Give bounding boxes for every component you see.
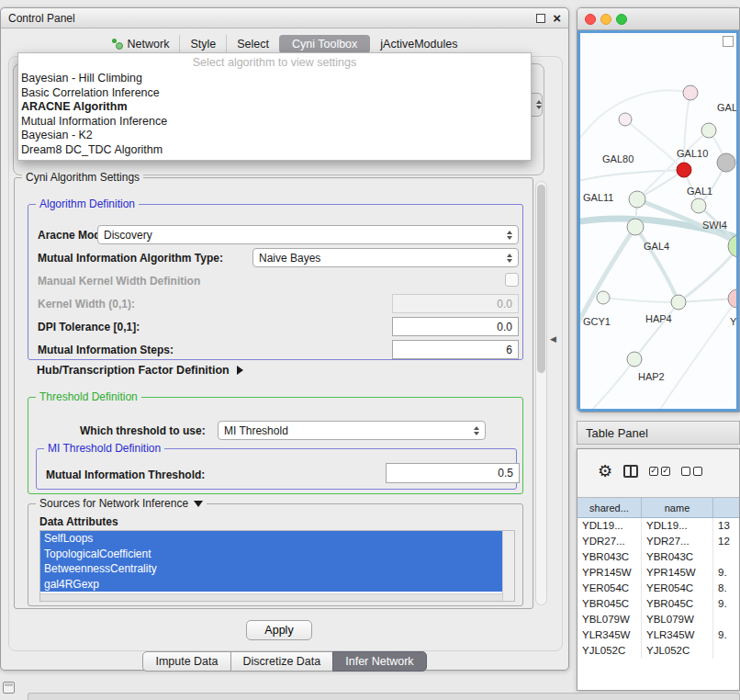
network-node[interactable] bbox=[597, 291, 610, 304]
table-cell: YPR145W bbox=[642, 565, 713, 581]
minimize-traffic-light-icon[interactable] bbox=[600, 14, 611, 25]
network-node[interactable] bbox=[701, 123, 716, 138]
network-edge[interactable] bbox=[580, 227, 635, 329]
network-edge[interactable] bbox=[603, 298, 678, 302]
collapsed-panel-icon[interactable] bbox=[3, 682, 15, 694]
algorithm-option[interactable]: Basic Correlation Inference bbox=[18, 86, 531, 101]
kernel-width-value: 0.0 bbox=[497, 298, 512, 310]
cyni-settings-group: Cyni Algorithm Settings Algorithm Defini… bbox=[14, 177, 533, 609]
network-node[interactable] bbox=[683, 85, 698, 100]
table-toolbar: ⚙ bbox=[577, 449, 739, 493]
network-edge[interactable] bbox=[580, 90, 690, 151]
which-threshold-select[interactable]: MI Threshold bbox=[218, 421, 486, 440]
threshold-definition-title: Threshold Definition bbox=[36, 390, 141, 403]
close-traffic-light-icon[interactable] bbox=[585, 14, 596, 25]
algorithm-option[interactable]: Bayesian - Hill Climbing bbox=[18, 72, 531, 86]
column-header[interactable]: name bbox=[642, 498, 713, 517]
table-row[interactable]: YBL079WYBL079W bbox=[577, 612, 739, 627]
dpi-tolerance-field[interactable]: 0.0 bbox=[392, 317, 519, 336]
tab-jactivemodules[interactable]: jActiveModules bbox=[370, 35, 467, 53]
network-edge[interactable] bbox=[634, 302, 678, 359]
network-node[interactable] bbox=[717, 153, 735, 172]
network-node[interactable] bbox=[629, 191, 645, 208]
select-all-checkboxes-icon[interactable] bbox=[649, 467, 670, 476]
network-node[interactable] bbox=[671, 295, 686, 310]
splitter-collapse-icon[interactable]: ◀ bbox=[550, 334, 556, 344]
table-row[interactable]: YLR345WYLR345W9. bbox=[577, 627, 739, 643]
table-row[interactable]: YBR043CYBR043C bbox=[577, 549, 739, 565]
float-window-icon[interactable] bbox=[536, 14, 545, 23]
network-node[interactable] bbox=[691, 198, 706, 213]
mi-type-value: Naive Bayes bbox=[259, 252, 320, 265]
tab-network[interactable]: Network bbox=[102, 35, 180, 53]
algorithm-option[interactable]: Mutual Information Inference bbox=[18, 115, 531, 130]
table-row[interactable]: YJL052CYJL052C bbox=[577, 643, 739, 659]
tab-label: jActiveModules bbox=[380, 38, 457, 51]
column-header[interactable] bbox=[713, 498, 739, 517]
network-node[interactable] bbox=[677, 163, 691, 177]
control-panel-titlebar[interactable]: Control Panel × bbox=[1, 8, 568, 28]
zoom-traffic-light-icon[interactable] bbox=[616, 14, 627, 25]
network-canvas[interactable]: GAL7GAL80GAL10GAL11GAL1SWI4GAL4GCY1HAP4H… bbox=[577, 30, 739, 412]
table-row[interactable]: YDR27...YDR27...12 bbox=[577, 534, 739, 549]
mi-threshold-value: 0.5 bbox=[498, 467, 513, 480]
algorithm-dropdown-popup: Select algorithm to view settings Bayesi… bbox=[17, 52, 532, 161]
table-row[interactable]: YDL19...YDL19...13 bbox=[577, 518, 739, 534]
bottom-tab-infer-network[interactable]: Infer Network bbox=[332, 651, 426, 672]
apply-button[interactable]: Apply bbox=[246, 620, 312, 640]
attribute-row[interactable]: gal4RGexp bbox=[40, 577, 502, 593]
table-row[interactable]: YBR045CYBR045C9. bbox=[577, 596, 739, 612]
node-label: GAL11 bbox=[583, 192, 613, 203]
settings-scrollbar-thumb[interactable] bbox=[537, 185, 545, 373]
table-panel-titlebar[interactable]: Table Panel bbox=[577, 421, 740, 445]
tab-label: Select bbox=[237, 38, 269, 51]
close-window-icon[interactable]: × bbox=[553, 13, 561, 24]
table-cell: YDR27... bbox=[577, 534, 642, 549]
table-cell: YJL052C bbox=[642, 643, 713, 659]
hub-definition-expander[interactable]: Hub/Transcription Factor Definition bbox=[37, 364, 243, 377]
table-columns-icon[interactable] bbox=[623, 465, 638, 478]
bottom-tab-impute-data[interactable]: Impute Data bbox=[142, 651, 230, 672]
aracne-mode-select[interactable]: Discovery bbox=[97, 225, 519, 244]
attribute-row[interactable]: TopologicalCoefficient bbox=[40, 547, 502, 562]
table-cell: YER054C bbox=[642, 581, 713, 596]
tab-select[interactable]: Select bbox=[226, 35, 279, 53]
manual-kernel-checkbox[interactable] bbox=[505, 273, 519, 287]
mi-threshold-field[interactable]: 0.5 bbox=[386, 463, 520, 483]
list-scrollbar-vertical[interactable] bbox=[502, 531, 514, 601]
tab-cyni-toolbox[interactable]: Cyni Toolbox bbox=[279, 35, 370, 53]
network-node[interactable] bbox=[619, 113, 632, 126]
sources-group-title: Sources for Network Inference bbox=[36, 497, 207, 510]
network-window-titlebar[interactable] bbox=[577, 8, 739, 30]
settings-scrollbar[interactable] bbox=[535, 181, 547, 605]
algorithm-option[interactable]: ARACNE Algorithm bbox=[18, 100, 531, 115]
gear-icon[interactable]: ⚙ bbox=[598, 461, 612, 481]
algorithm-option[interactable]: Bayesian - K2 bbox=[18, 129, 531, 143]
collapse-arrow-icon[interactable] bbox=[194, 501, 203, 507]
node-label: GAL7 bbox=[717, 102, 738, 113]
bottom-tab-discretize-data[interactable]: Discretize Data bbox=[230, 651, 334, 672]
empty-checkboxes-icon[interactable] bbox=[681, 467, 702, 476]
network-node[interactable] bbox=[728, 289, 738, 308]
network-edge[interactable] bbox=[635, 227, 678, 302]
network-node[interactable] bbox=[627, 352, 642, 367]
attribute-row[interactable]: BetweennessCentrality bbox=[40, 561, 502, 577]
table-row[interactable]: YPR145WYPR145W9. bbox=[577, 565, 739, 581]
node-label: GAL10 bbox=[677, 148, 708, 159]
attribute-row[interactable]: SelfLoops bbox=[40, 531, 502, 547]
network-edge[interactable] bbox=[584, 359, 634, 412]
table-scroll-area[interactable]: shared...name YDL19...YDL19...13YDR27...… bbox=[577, 497, 739, 690]
table-row[interactable]: YER054CYER054C8. bbox=[577, 581, 739, 596]
mi-steps-field[interactable]: 6 bbox=[392, 340, 519, 359]
table-cell: 9. bbox=[713, 565, 739, 581]
node-label: GAL4 bbox=[644, 241, 669, 252]
table-cell: YLR345W bbox=[577, 627, 642, 643]
mi-type-select[interactable]: Naive Bayes bbox=[252, 248, 519, 267]
hub-definition-label: Hub/Transcription Factor Definition bbox=[37, 364, 230, 377]
tab-style[interactable]: Style bbox=[179, 35, 226, 53]
algorithm-option[interactable]: Dream8 DC_TDC Algorithm bbox=[18, 143, 531, 158]
settings-group-title: Cyni Algorithm Settings bbox=[22, 171, 143, 184]
column-header[interactable]: shared... bbox=[577, 498, 642, 517]
network-node[interactable] bbox=[627, 219, 644, 235]
list-scrollbar-horizontal[interactable] bbox=[40, 593, 502, 601]
